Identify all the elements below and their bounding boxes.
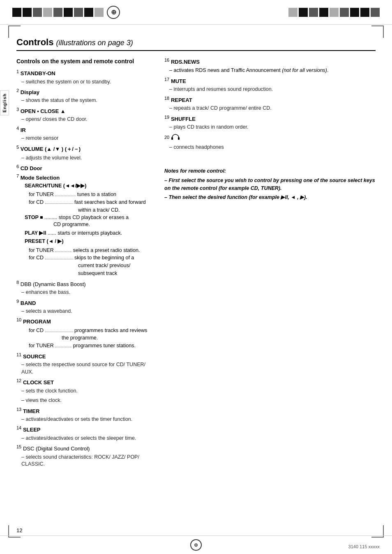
control-item-14: 14 SLEEP	[16, 425, 156, 433]
item-desc-20: connects headphones	[164, 144, 376, 151]
seg-block	[330, 8, 339, 17]
page: ⊕ Controls (illustrations on page 3)	[0, 0, 392, 554]
seg-block	[74, 8, 83, 17]
seg-block	[43, 8, 52, 17]
item-label-7: Mode Selection	[21, 175, 60, 181]
seg-block	[84, 8, 93, 17]
control-item-11: 11 SOURCE	[16, 352, 156, 360]
item-desc-15: selects sound characteristics: ROCK/ JAZ…	[16, 454, 156, 468]
corner-decoration-tl	[8, 25, 21, 38]
control-item-15: 15 DSC (Digital Sound Control)	[16, 444, 156, 452]
item-label-5: VOLUME (▲ /▼ ) (＋/－)	[21, 146, 81, 152]
item-label-17: MUTE	[171, 78, 186, 84]
search-tune-sub2: for CD fast searches back and forward wi…	[16, 199, 156, 214]
notes-line2: – Then select the desired function (for …	[164, 194, 376, 201]
seg-block	[95, 8, 104, 17]
item-desc-19: plays CD tracks in random order.	[164, 124, 376, 131]
item-number-6: 6	[16, 164, 19, 169]
item-number-1: 1	[16, 69, 19, 74]
play-line: PLAY ▶II ...... starts or interrupts pla…	[16, 230, 156, 237]
item-number-7: 7	[16, 173, 19, 178]
control-item-10: 10 PROGRAM	[16, 317, 156, 325]
corner-decoration-tr	[371, 25, 384, 38]
seg-block	[350, 8, 359, 17]
item-number-18: 18	[164, 96, 169, 101]
item-desc-17: interrupts and resumes sound reproductio…	[164, 86, 376, 93]
control-item-20: 20	[164, 134, 376, 142]
compass-icon: ⊕	[107, 6, 120, 19]
preset-sub2-cont2: subsequent track	[29, 270, 156, 277]
control-item-5: 5 VOLUME (▲ /▼ ) (＋/－)	[16, 145, 156, 153]
top-right-segments	[288, 8, 380, 17]
control-item-12: 12 CLOCK SET	[16, 378, 156, 385]
item-desc-2: shows the status of the system.	[16, 97, 156, 104]
item-number-16: 16	[164, 58, 169, 62]
bottom-right-text: 3140 115 xxxxx	[348, 544, 380, 549]
control-item-18: 18 REPEAT	[164, 96, 376, 103]
control-item-2: 2 Display	[16, 88, 156, 95]
control-item-16: 16 RDS.NEWS	[164, 58, 376, 65]
program-sub1: for CD programmes tracks and reviews the…	[16, 327, 156, 342]
item-desc-11: selects the respective sound source for …	[16, 361, 156, 376]
item-desc-16-italic: (not for all versions)	[282, 67, 327, 73]
item-label-19: SHUFFLE	[171, 116, 196, 122]
item-label-12: CLOCK SET	[23, 380, 54, 386]
stop-desc2: CD programme.	[25, 221, 156, 229]
item-label-6: CD Door	[21, 166, 42, 172]
item-label-3: OPEN • CLOSE ▲	[21, 108, 66, 114]
page-number: 12	[16, 527, 22, 533]
preset-sub2: for CD skips to the beginning of a curre…	[16, 254, 156, 277]
item-number-5: 5	[16, 145, 19, 150]
two-column-layout: English Controls on the system and remot…	[16, 58, 376, 471]
preset-label: PRESET (◄ / ▶)	[16, 238, 156, 245]
item-number-12: 12	[16, 378, 21, 383]
item-number-9: 9	[16, 299, 19, 304]
stop-desc: stops CD playback or erases a	[59, 215, 129, 220]
item-label-15: DSC (Digital Sound Control)	[23, 446, 90, 452]
item-label-10: PROGRAM	[23, 319, 51, 325]
seg-block	[340, 8, 349, 17]
seg-block	[33, 8, 42, 17]
seg-block	[319, 8, 328, 17]
notes-line1: – First select the source you wish to co…	[164, 177, 376, 192]
program-sub1-cont: the programme.	[29, 334, 156, 342]
svg-rect-1	[178, 137, 180, 140]
item-number-13: 13	[16, 407, 21, 412]
bottom-circle-icon: ⊕	[190, 539, 202, 551]
item-desc-14: activates/deactivates or selects the sle…	[16, 435, 156, 442]
program-sub2-label: for TUNER	[29, 343, 55, 349]
item-desc-12a: sets the clock function.	[16, 388, 156, 395]
item-desc-18: repeats a track/ CD programme/ entire CD…	[164, 105, 376, 112]
item-number-20: 20	[164, 134, 169, 139]
english-tab: English	[0, 90, 9, 115]
page-title: Controls (illustrations on page 3)	[16, 37, 376, 51]
item-number-3: 3	[16, 107, 19, 112]
control-item-3: 3 OPEN • CLOSE ▲	[16, 107, 156, 114]
item-label-13: TIMER	[23, 408, 39, 414]
item-label-4: IR	[21, 127, 26, 133]
stop-cmd: STOP ■	[25, 215, 43, 220]
left-column: English Controls on the system and remot…	[16, 58, 156, 471]
item-desc-9: selects a waveband.	[16, 308, 156, 315]
program-sub1-desc: programmes tracks and reviews	[73, 328, 148, 333]
control-item-4: 4 IR	[16, 126, 156, 133]
search-tune-cmd: SEARCH/TUNE (◄◄/▶▶)	[25, 183, 86, 189]
item-desc-3: opens/ closes the CD door.	[16, 116, 156, 123]
top-left-segments	[12, 8, 104, 17]
item-desc-1: switches the system on or to standby.	[16, 78, 156, 86]
notes-title-text: Notes for remote control:	[164, 168, 226, 174]
program-sub1-label: for CD	[29, 328, 45, 333]
right-column: 16 RDS.NEWS – activates RDS news and Tra…	[164, 58, 376, 203]
seg-block	[360, 8, 369, 17]
item-desc-5: adjusts the volume level.	[16, 155, 156, 162]
item-desc-13: activates/deactivates or sets the timer …	[16, 416, 156, 423]
control-item-7: 7 Mode Selection	[16, 173, 156, 181]
headphones-icon	[171, 134, 180, 142]
program-sub2: for TUNER programmes tuner stations.	[16, 342, 156, 350]
play-dots: ......	[48, 230, 56, 236]
seg-block	[64, 8, 73, 17]
stop-dots: .........	[44, 215, 57, 220]
control-item-17: 17 MUTE	[164, 77, 376, 84]
item-label-14: SLEEP	[23, 427, 41, 433]
item-number-2: 2	[16, 88, 19, 93]
